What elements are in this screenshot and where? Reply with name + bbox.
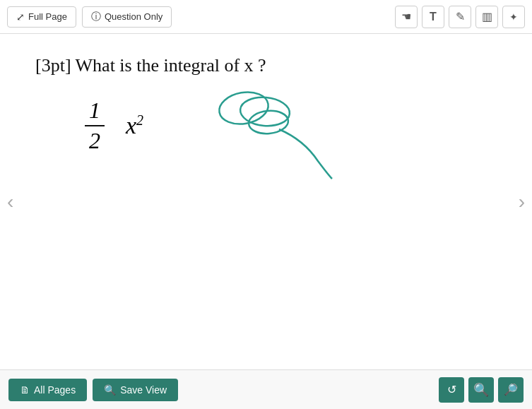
fraction-denominator: 2 [85, 126, 105, 154]
fullpage-label: Full Page [28, 11, 67, 22]
x-exponent: 2 [136, 112, 143, 128]
svg-point-0 [217, 88, 271, 127]
top-toolbar: ⤢ Full Page ⓘ Question Only ☚ T ✎ ▥ ✦ [0, 0, 532, 34]
x-squared: x2 [126, 112, 143, 139]
columns-tool-button[interactable]: ▥ [475, 6, 498, 28]
questiononly-icon: ⓘ [91, 11, 101, 23]
full-page-button[interactable]: ⤢ Full Page [7, 6, 76, 28]
zoom-reset-icon: ↺ [447, 383, 456, 396]
pen-tool-button[interactable]: ✎ [449, 6, 471, 28]
right-arrow-icon: › [519, 191, 525, 213]
question-area: [3pt] What is the integral of x ? 1 2 x2 [0, 34, 532, 369]
zoom-out-icon: 🔎 [504, 383, 518, 396]
annotation-svg [205, 76, 367, 182]
question-only-button[interactable]: ⓘ Question Only [82, 6, 172, 28]
questiononly-label: Question Only [105, 11, 162, 22]
all-pages-button[interactable]: 🗎 All Pages [8, 379, 87, 401]
next-page-button[interactable]: › [512, 184, 532, 220]
prev-page-button[interactable]: ‹ [0, 184, 20, 220]
toolbar-left: ⤢ Full Page ⓘ Question Only [7, 6, 172, 28]
hand-icon: ☚ [401, 10, 411, 23]
fraction: 1 2 [85, 97, 105, 154]
bottom-left: 🗎 All Pages 🔍 Save View [8, 379, 178, 401]
question-text: [3pt] What is the integral of x ? [35, 55, 490, 76]
zoom-reset-button[interactable]: ↺ [439, 377, 464, 403]
pen-icon: ✎ [456, 10, 465, 23]
left-arrow-icon: ‹ [7, 191, 13, 213]
hand-tool-button[interactable]: ☚ [395, 6, 418, 28]
text-tool-button[interactable]: T [422, 6, 444, 28]
toolbar-right: ☚ T ✎ ▥ ✦ [395, 6, 525, 28]
save-view-label: Save View [120, 384, 167, 396]
pages-icon: 🗎 [20, 384, 30, 396]
eraser-icon: ✦ [509, 11, 518, 23]
search-icon: 🔍 [104, 384, 116, 396]
columns-icon: ▥ [482, 10, 492, 23]
text-icon: T [430, 11, 437, 23]
x-var: x [126, 112, 136, 138]
zoom-out-button[interactable]: 🔎 [498, 377, 524, 403]
bottom-right: ↺ 🔍 🔎 [439, 377, 524, 403]
fraction-numerator: 1 [85, 97, 105, 126]
fullpage-icon: ⤢ [16, 11, 25, 23]
bottom-toolbar: 🗎 All Pages 🔍 Save View ↺ 🔍 🔎 [0, 369, 532, 409]
all-pages-label: All Pages [34, 384, 76, 396]
zoom-in-icon: 🔍 [473, 382, 489, 398]
eraser-tool-button[interactable]: ✦ [502, 6, 525, 28]
save-view-button[interactable]: 🔍 Save View [93, 379, 178, 401]
zoom-in-button[interactable]: 🔍 [468, 377, 494, 403]
main-content: ‹ [3pt] What is the integral of x ? 1 2 … [0, 34, 532, 369]
